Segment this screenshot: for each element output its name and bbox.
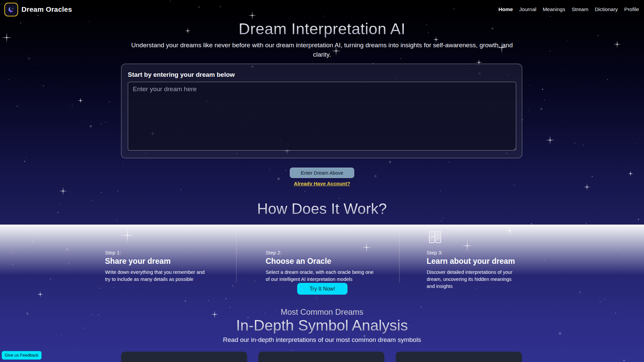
nav-item-journal[interactable]: Journal — [519, 6, 536, 12]
symbol-analysis-title: In-Depth Symbol Analysis — [0, 317, 644, 334]
nav-item-stream[interactable]: Stream — [572, 6, 588, 12]
crescent-moon-icon — [7, 5, 16, 14]
step-divider — [399, 229, 399, 282]
step-3-description: Discover detailed interpretations of you… — [427, 269, 519, 290]
step-3-label: Step 3: — [427, 250, 519, 255]
step-2-title: Choose an Oracle — [266, 257, 374, 266]
step-1-title: Share your dream — [105, 257, 209, 266]
page-subtitle: Understand your dreams like never before… — [129, 41, 515, 59]
nav-item-dictionary[interactable]: Dictionary — [595, 6, 618, 12]
symbol-card[interactable] — [121, 352, 247, 362]
nav-menu: Home Journal Meanings Stream Dictionary … — [498, 6, 639, 12]
symbol-card[interactable] — [258, 352, 384, 362]
most-common-dreams-label: Most Common Dreams — [0, 307, 644, 317]
dream-text-input[interactable] — [128, 82, 516, 150]
dream-journal-icon — [427, 229, 443, 245]
step-1-description: Write down everything that you remember … — [105, 269, 209, 283]
already-have-account-link[interactable]: Already Have Account? — [294, 181, 350, 186]
brand-title: Dream Oracles — [21, 5, 72, 13]
top-navigation-bar: Dream Oracles Home Journal Meanings Stre… — [0, 0, 644, 20]
step-2-label: Step 2: — [266, 250, 374, 255]
symbol-card[interactable] — [396, 352, 522, 362]
page-title: Dream Interpretation AI — [0, 19, 644, 38]
step-divider — [236, 229, 236, 282]
try-it-now-button[interactable]: Try It Now! — [297, 283, 347, 295]
step-1-column: Step 1: Share your dream Write down ever… — [105, 250, 209, 283]
nav-item-home[interactable]: Home — [498, 6, 513, 12]
enter-dream-button[interactable]: Enter Dream Above — [290, 168, 354, 178]
dream-entry-label: Start by entering your dream below — [128, 71, 235, 78]
app-logo[interactable] — [4, 3, 18, 16]
nav-item-profile[interactable]: Profile — [624, 6, 639, 12]
nav-item-meanings[interactable]: Meanings — [543, 6, 565, 12]
step-1-label: Step 1: — [105, 250, 209, 255]
how-it-works-title: How Does It Work? — [0, 200, 644, 218]
dream-entry-card: Start by entering your dream below — [121, 64, 522, 158]
step-2-column: Step 2: Choose an Oracle Select a dream … — [266, 250, 374, 283]
step-2-description: Select a dream oracle, with each oracle … — [266, 269, 374, 283]
step-3-title: Learn about your dream — [427, 257, 519, 266]
give-feedback-button[interactable]: Give us Feedback — [2, 351, 42, 360]
already-have-account-wrap: Already Have Account? — [0, 181, 644, 186]
symbol-analysis-subtitle: Read our in-depth interpretations of our… — [0, 336, 644, 344]
step-3-column: Step 3: Learn about your dream Discover … — [427, 250, 519, 290]
